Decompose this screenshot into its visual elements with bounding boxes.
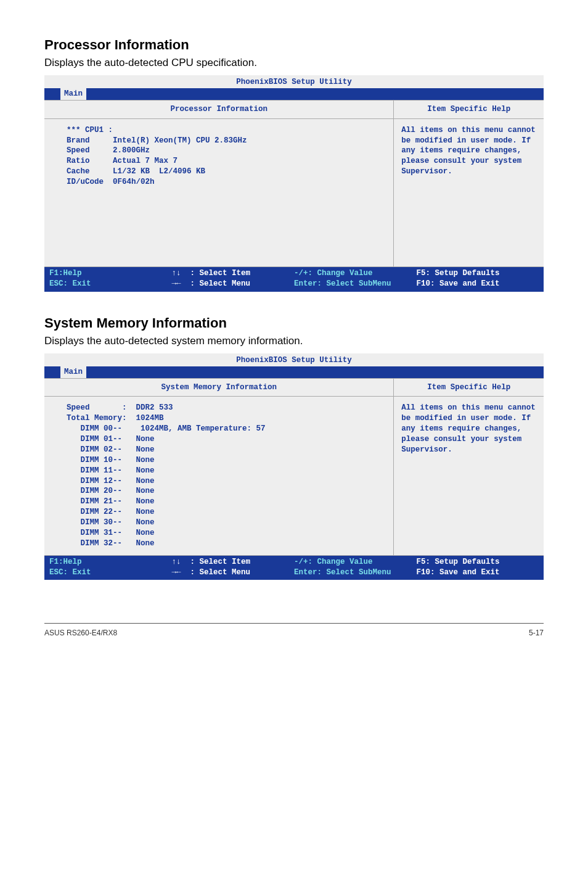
left-pane-header: System Memory Information: [44, 379, 393, 397]
bios-help-pane: Item Specific Help All items on this men…: [393, 379, 544, 555]
key-enter: Enter: Select SubMenu: [294, 279, 391, 288]
key-leftright: →← : Select Menu: [172, 568, 251, 577]
bios-left-pane: System Memory Information Speed : DDR2 5…: [44, 379, 393, 555]
key-plusminus: -/+: Change Value: [294, 558, 373, 566]
footer-right: 5-17: [529, 629, 544, 637]
bios-left-pane: Processor Information *** CPU1 : Brand I…: [44, 101, 393, 266]
tab-main[interactable]: Main: [60, 88, 86, 100]
bios-panel-processor: PhoenixBIOS Setup Utility Main Processor…: [44, 75, 544, 292]
key-updown: ↑↓ : Select Item: [172, 269, 251, 278]
key-f5: F5: Setup Defaults: [417, 558, 500, 566]
key-esc: ESC: Exit: [49, 568, 91, 577]
key-esc: ESC: Exit: [49, 279, 91, 288]
section-desc-processor: Displays the auto-detected CPU specifica…: [44, 57, 544, 69]
bios-title: PhoenixBIOS Setup Utility: [44, 353, 544, 366]
help-header: Item Specific Help: [394, 101, 544, 119]
footer-left: ASUS RS260-E4/RX8: [44, 629, 117, 637]
help-text: All items on this menu cannot be modifie…: [394, 397, 544, 461]
help-header: Item Specific Help: [394, 379, 544, 397]
bios-panel-memory: PhoenixBIOS Setup Utility Main System Me…: [44, 353, 544, 580]
help-text: All items on this menu cannot be modifie…: [394, 119, 544, 183]
key-f1: F1:Help: [49, 558, 82, 566]
section-heading-processor: Processor Information: [44, 37, 544, 53]
key-updown: ↑↓ : Select Item: [172, 558, 251, 566]
memory-info-content: Speed : DDR2 533 Total Memory: 1024MB DI…: [44, 397, 393, 555]
bios-footer: F1:Help ESC: Exit ↑↓ : Select Item →← : …: [44, 556, 544, 580]
left-pane-header: Processor Information: [44, 101, 393, 119]
bios-title: PhoenixBIOS Setup Utility: [44, 75, 544, 88]
section-heading-memory: System Memory Information: [44, 315, 544, 331]
page-footer: ASUS RS260-E4/RX8 5-17: [44, 629, 544, 637]
key-plusminus: -/+: Change Value: [294, 269, 373, 278]
section-desc-memory: Displays the auto-detected system memory…: [44, 335, 544, 347]
key-f10: F10: Save and Exit: [417, 279, 500, 288]
bios-help-pane: Item Specific Help All items on this men…: [393, 101, 544, 266]
page-footer-rule: [44, 623, 544, 624]
key-leftright: →← : Select Menu: [172, 279, 251, 288]
tab-main[interactable]: Main: [60, 366, 86, 378]
key-f5: F5: Setup Defaults: [417, 269, 500, 278]
processor-info-content: *** CPU1 : Brand Intel(R) Xeon(TM) CPU 2…: [44, 119, 393, 266]
bios-footer: F1:Help ESC: Exit ↑↓ : Select Item →← : …: [44, 267, 544, 292]
key-f1: F1:Help: [49, 269, 82, 278]
bios-tabbar: Main: [44, 88, 544, 100]
key-f10: F10: Save and Exit: [417, 568, 500, 577]
bios-tabbar: Main: [44, 366, 544, 378]
key-enter: Enter: Select SubMenu: [294, 568, 391, 577]
